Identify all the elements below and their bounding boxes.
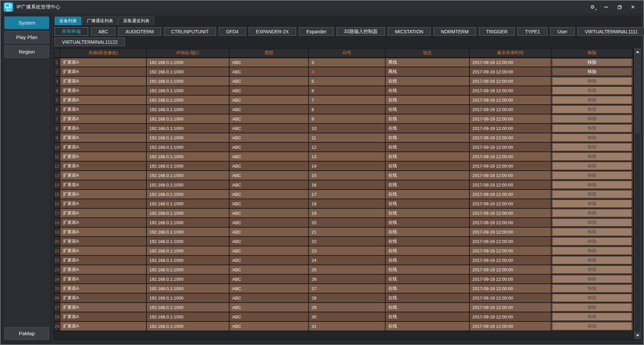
device-name-cell[interactable]: 扩展器A (60, 189, 146, 199)
filter-button[interactable]: NORMTERM (433, 27, 476, 36)
table-row[interactable]: 17扩展器A192.168.0.1:1000ABC19在线2017-09-19 … (54, 208, 633, 218)
device-name-cell[interactable]: 扩展器A (60, 227, 146, 237)
vertical-scrollbar[interactable] (634, 48, 641, 339)
table-row[interactable]: 15扩展器A192.168.0.1:1000ABC17在线2017-09-19 … (54, 189, 633, 199)
tab-2[interactable]: 广播通道列表 (82, 16, 118, 25)
device-name-cell[interactable]: 扩展器A (60, 246, 146, 255)
device-name-cell[interactable]: 扩展器A (60, 293, 146, 303)
table-row[interactable]: 18扩展器A192.168.0.1:1000ABC20在线2017-09-19 … (54, 218, 633, 227)
table-row[interactable]: 14扩展器A192.168.0.1:1000ABC16在线2017-09-19 … (54, 180, 633, 189)
sidebar-item-play-plan[interactable]: Play Plan (4, 31, 49, 43)
ip-port-cell: 192.168.0.1:1000 (146, 76, 229, 86)
device-name-cell[interactable]: 扩展器A (60, 86, 146, 95)
ip-port-cell: 192.168.0.1:1000 (146, 274, 229, 284)
device-name-cell[interactable]: 扩展器A (60, 284, 146, 293)
device-name-cell[interactable]: 扩展器A (60, 255, 146, 265)
table-row[interactable]: 9扩展器A192.168.0.1:1000ABC11在线2017-09-19 1… (54, 133, 633, 142)
tab-3[interactable]: 采集通道列表 (118, 16, 154, 25)
device-name-cell[interactable]: 扩展器A (60, 274, 146, 284)
scrollbar-track[interactable] (635, 55, 640, 332)
device-name-cell[interactable]: 扩展器A (60, 171, 146, 180)
device-name-cell[interactable]: 扩展器A (60, 237, 146, 246)
sidebar-item-pamap[interactable]: PaMap (4, 327, 49, 340)
table-row[interactable]: 23扩展器A192.168.0.1:1000ABC25在线2017-09-19 … (54, 265, 633, 274)
table-row[interactable]: 29扩展器A192.168.0.1:1000ABC31在线2017-09-19 … (54, 321, 633, 331)
filter-button[interactable]: MICSTATION (388, 27, 431, 36)
row-number-cell: 18 (54, 218, 60, 227)
table-row[interactable]: 5扩展器A192.168.0.1:1000ABC7在线2017-09-19 12… (54, 95, 633, 105)
filter-button[interactable]: AUDIOTERM (118, 27, 161, 36)
table-row[interactable]: 1扩展器A192.168.0.1:1000ABC3离线2017-09-19 12… (54, 58, 633, 67)
device-name-cell[interactable]: 扩展器A (60, 67, 146, 76)
remove-cell: 移除 (551, 255, 633, 265)
filter-button[interactable]: 32路输入控制器 (336, 27, 385, 36)
table-row[interactable]: 28扩展器A192.168.0.1:1000ABC30在线2017-09-19 … (54, 312, 633, 321)
table-row[interactable]: 19扩展器A192.168.0.1:1000ABC21在线2017-09-19 … (54, 227, 633, 237)
last-login-cell: 2017-09-19 12:00:00 (469, 161, 551, 171)
device-name-cell[interactable]: 扩展器A (60, 180, 146, 189)
filter-button[interactable]: User (550, 27, 575, 36)
table-row[interactable]: 2扩展器A192.168.0.1:1000ABC4离线2017-09-19 12… (54, 67, 633, 76)
table-row[interactable]: 21扩展器A192.168.0.1:1000ABC23在线2017-09-19 … (54, 246, 633, 255)
status-cell: 在线 (385, 265, 469, 274)
device-name-cell[interactable]: 扩展器A (60, 208, 146, 218)
table-row[interactable]: 11扩展器A192.168.0.1:1000ABC13在线2017-09-19 … (54, 152, 633, 161)
status-cell: 在线 (385, 237, 469, 246)
table-row[interactable]: 20扩展器A192.168.0.1:1000ABC22在线2017-09-19 … (54, 237, 633, 246)
device-name-cell[interactable]: 扩展器A (60, 199, 146, 208)
filter-button[interactable]: DFD4 (219, 27, 246, 36)
scrollbar-thumb[interactable] (635, 56, 640, 133)
device-name-cell[interactable]: 扩展器A (60, 218, 146, 227)
last-login-cell: 2017-09-19 12:00:00 (469, 312, 551, 321)
tab-1[interactable]: 设备列表 (55, 16, 81, 25)
filter-button[interactable]: VIRTUALTERMINAL1111 (577, 27, 644, 36)
filter-button[interactable]: CTRLINPUTUNIT (164, 27, 216, 36)
filter-button[interactable]: TYPE1 (517, 27, 547, 36)
device-name-cell[interactable]: 扩展器A (60, 321, 146, 331)
device-name-cell[interactable]: 扩展器A (60, 133, 146, 142)
scroll-up-button[interactable] (635, 49, 640, 55)
table-row[interactable]: 26扩展器A192.168.0.1:1000ABC28在线2017-09-19 … (54, 293, 633, 303)
table-row[interactable]: 13扩展器A192.168.0.1:1000ABC15在线2017-09-19 … (54, 171, 633, 180)
device-name-cell[interactable]: 扩展器A (60, 58, 146, 67)
table-row[interactable]: 6扩展器A192.168.0.1:1000ABC8在线2017-09-19 12… (54, 105, 633, 114)
device-name-cell[interactable]: 扩展器A (60, 95, 146, 105)
filter-button[interactable]: EXPANDER-2X (249, 27, 296, 36)
device-name-cell[interactable]: 扩展器A (60, 76, 146, 86)
filter-button[interactable]: 所有终端 (55, 27, 88, 36)
table-row[interactable]: 16扩展器A192.168.0.1:1000ABC18在线2017-09-19 … (54, 199, 633, 208)
device-name-cell[interactable]: 扩展器A (60, 265, 146, 274)
device-name-cell[interactable]: 扩展器A (60, 124, 146, 133)
table-row[interactable]: 8扩展器A192.168.0.1:1000ABC10在线2017-09-19 1… (54, 124, 633, 133)
id-cell: 30 (309, 312, 385, 321)
restore-button[interactable] (615, 3, 624, 11)
device-name-cell[interactable]: 扩展器A (60, 114, 146, 124)
minimize-button[interactable] (602, 3, 610, 11)
filter-button[interactable]: Expander (299, 27, 334, 36)
table-row[interactable]: 7扩展器A192.168.0.1:1000ABC9在线2017-09-19 12… (54, 114, 633, 124)
table-row[interactable]: 3扩展器A192.168.0.1:1000ABC5在线2017-09-19 12… (54, 76, 633, 86)
table-row[interactable]: 4扩展器A192.168.0.1:1000ABC6在线2017-09-19 12… (54, 86, 633, 95)
table-row[interactable]: 25扩展器A192.168.0.1:1000ABC27在线2017-09-19 … (54, 284, 633, 293)
filter-button[interactable]: VIRTUALTERMINAL11122 (55, 38, 125, 46)
scroll-down-button[interactable] (635, 332, 640, 339)
table-row[interactable]: 24扩展器A192.168.0.1:1000ABC26在线2017-09-19 … (54, 274, 633, 284)
device-name-cell[interactable]: 扩展器A (60, 105, 146, 114)
table-row[interactable]: 12扩展器A192.168.0.1:1000ABC14在线2017-09-19 … (54, 161, 633, 171)
remove-button[interactable]: 移除 (552, 68, 632, 76)
device-name-cell[interactable]: 扩展器A (60, 152, 146, 161)
sidebar-item-region[interactable]: Region (4, 45, 49, 58)
table-row[interactable]: 10扩展器A192.168.0.1:1000ABC12在线2017-09-19 … (54, 142, 633, 152)
device-name-cell[interactable]: 扩展器A (60, 303, 146, 312)
device-name-cell[interactable]: 扩展器A (60, 312, 146, 321)
close-button[interactable]: ✕ (629, 3, 637, 11)
device-name-cell[interactable]: 扩展器A (60, 161, 146, 171)
table-row[interactable]: 27扩展器A192.168.0.1:1000ABC29在线2017-09-19 … (54, 303, 633, 312)
filter-button[interactable]: TRIGGER (479, 27, 515, 36)
filter-button[interactable]: ABC (91, 27, 115, 36)
remove-button[interactable]: 移除 (552, 58, 632, 66)
table-row[interactable]: 22扩展器A192.168.0.1:1000ABC24在线2017-09-19 … (54, 255, 633, 265)
sidebar-item-system[interactable]: System (4, 16, 49, 29)
device-name-cell[interactable]: 扩展器A (60, 142, 146, 152)
settings-gear-icon[interactable]: ⚙▾ (588, 3, 597, 11)
